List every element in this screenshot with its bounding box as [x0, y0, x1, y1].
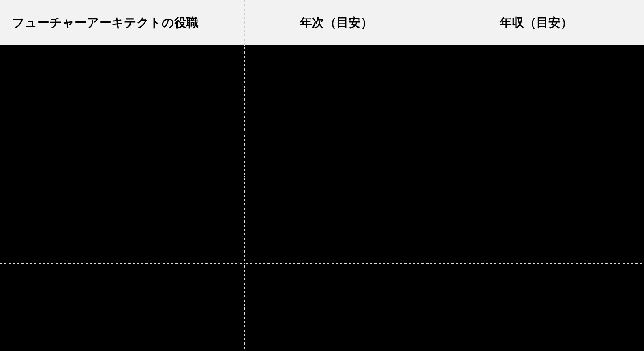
- cell-years: [245, 176, 428, 220]
- cell-position: [0, 45, 245, 89]
- table-row: [0, 307, 644, 351]
- header-position: フューチャーアーキテクトの役職: [0, 0, 245, 45]
- table-row: [0, 133, 644, 176]
- cell-position: [0, 176, 245, 220]
- cell-years: [245, 307, 428, 351]
- salary-table: フューチャーアーキテクトの役職 年次（目安） 年収（目安）: [0, 0, 644, 351]
- cell-years: [245, 263, 428, 307]
- table-row: [0, 176, 644, 220]
- cell-salary: [428, 176, 644, 220]
- cell-years: [245, 45, 428, 89]
- header-salary: 年収（目安）: [428, 0, 644, 45]
- table-row: [0, 220, 644, 264]
- table-row: [0, 89, 644, 133]
- cell-position: [0, 220, 245, 264]
- cell-salary: [428, 89, 644, 133]
- cell-position: [0, 307, 245, 351]
- cell-years: [245, 220, 428, 264]
- cell-salary: [428, 220, 644, 264]
- table-row: [0, 263, 644, 307]
- table-row: [0, 45, 644, 89]
- cell-years: [245, 133, 428, 176]
- header-years: 年次（目安）: [245, 0, 428, 45]
- cell-position: [0, 89, 245, 133]
- cell-years: [245, 89, 428, 133]
- cell-salary: [428, 45, 644, 89]
- cell-salary: [428, 307, 644, 351]
- cell-salary: [428, 263, 644, 307]
- table-header-row: フューチャーアーキテクトの役職 年次（目安） 年収（目安）: [0, 0, 644, 45]
- cell-position: [0, 263, 245, 307]
- cell-position: [0, 133, 245, 176]
- salary-table-container: フューチャーアーキテクトの役職 年次（目安） 年収（目安）: [0, 0, 644, 351]
- cell-salary: [428, 133, 644, 176]
